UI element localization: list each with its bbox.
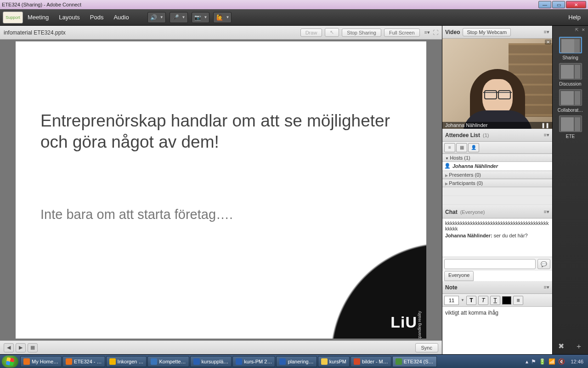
next-slide-button[interactable]: ▶ [16,343,26,352]
tray-volume-icon[interactable]: 🔇 [558,358,565,365]
taskbar-app-icon [193,358,200,365]
note-bullets-button[interactable]: ≡ [513,296,523,305]
layout-thumb-icon [559,63,582,80]
taskbar-app-label: Inkorgen … [118,359,144,364]
stop-sharing-button[interactable]: Stop Sharing [342,29,381,37]
chat-line: kkkkkkkkkkkkkkkkkkkkkkkkkkkkkkkkkkkkkkkk… [445,220,549,231]
taskbar-item[interactable]: Inkorgen … [106,356,147,367]
taskbar-item[interactable]: kurs-PM 2… [232,356,275,367]
note-color-button[interactable] [502,296,511,305]
video-pod-options[interactable]: ≡▾ [544,29,549,35]
full-screen-button[interactable]: Full Screen [384,29,420,37]
webcam-button[interactable]: 📷▼ [192,12,210,23]
layouts-bottom-controls: ✖ ＋ [553,342,588,351]
taskbar-app-label: planering… [288,359,313,364]
attendee-view-list-button[interactable]: ≡ [444,143,455,152]
taskbar-item[interactable]: kursupplä… [190,356,232,367]
layouts-add-icon[interactable]: ＋ [575,342,582,351]
taskbar-item[interactable]: My Home… [20,356,62,367]
chat-tab-everyone[interactable]: Everyone [444,271,474,281]
taskbar-item[interactable]: ETE324 - … [62,356,105,367]
taskbar-app-label: kursupplä… [202,359,229,364]
attendee-pod-options[interactable]: ≡▾ [544,132,549,138]
layout-item-sharing[interactable]: Sharing [557,37,584,60]
chat-send-button[interactable]: 💬 [537,259,550,269]
speaker-icon: 🔊 [150,13,158,22]
tray-clock[interactable]: 12:46 [571,359,583,364]
speaker-button[interactable]: 🔊▼ [147,12,166,23]
webcam-icon: 📷 [194,13,202,22]
taskbar-item[interactable]: Kompette… [147,356,189,367]
support-button[interactable]: Support [3,12,23,23]
note-bold-button[interactable]: T [466,296,476,305]
taskbar-app-label: bilder - M… [362,359,388,364]
attendee-group-participants[interactable]: Participants (0) [442,179,552,187]
webcam-close-icon[interactable]: ✕ [545,40,551,45]
stop-webcam-button[interactable]: Stop My Webcam [463,28,511,36]
layouts-close-icon[interactable]: ✕ [582,28,585,34]
attendee-view-grid-button[interactable]: ▦ [456,143,467,152]
taskbar-item[interactable]: ETE324 (S… [392,356,437,367]
attendee-pod-label: Attendee List [445,132,480,138]
note-underline-button[interactable]: T [490,296,500,305]
slide-list-button[interactable]: ▦ [28,343,38,352]
tray-power-icon[interactable]: 🔋 [539,358,546,365]
menu-pods[interactable]: Pods [90,14,104,21]
raise-hand-button[interactable]: 🙋▼ [213,12,232,23]
webcam-pause-icon[interactable]: ❚❚ [541,122,549,128]
video-pod-body: ✕ Johanna Nählinder ❚❚ [442,39,552,129]
start-button[interactable] [2,356,18,368]
attendee-pod-body: ≡ ▦ 👤 Hosts (1) Johanna Nählinder Presen… [442,142,552,206]
share-pod-options[interactable]: ≡▾ [424,29,430,35]
sync-button[interactable]: Sync [415,343,438,352]
layout-item-ete[interactable]: ETE [557,115,584,139]
menu-layouts[interactable]: Layouts [59,14,80,21]
layouts-undock-icon[interactable]: ⇱ [575,28,579,34]
attendee-group-presenters[interactable]: Presenters (0) [442,171,552,179]
pointer-button[interactable]: ↖ [325,28,339,37]
tray-network-icon[interactable]: 📶 [548,358,555,365]
taskbar-item[interactable]: bilder - M… [351,356,391,367]
share-pod: infomaterial ETE324.pptx Draw ↖ Stop Sha… [0,26,442,354]
chat-input-row: 💬 [442,257,552,271]
layout-item-collaborat[interactable]: Collaborat… [557,89,584,113]
share-pod-footer: ◀ ▶ ▦ Sync [0,340,442,354]
attendee-status-button[interactable]: 👤 [468,143,479,152]
layout-label: ETE [557,134,584,139]
webcam-name-strip: Johanna Nählinder ❚❚ [442,122,552,129]
microphone-button[interactable]: 🎤▼ [170,12,188,23]
note-text[interactable]: viktigt att komma ihåg [442,307,552,354]
layouts-settings-icon[interactable]: ✖ [558,342,564,351]
taskbar-item[interactable]: planering… [276,356,317,367]
chat-input[interactable] [444,259,536,269]
tray-action-center-icon[interactable]: ⚑ [531,358,536,365]
note-italic-button[interactable]: T [478,296,488,305]
draw-button[interactable]: Draw [300,29,322,37]
menu-audio[interactable]: Audio [113,14,129,21]
webcam-feed[interactable]: ✕ Johanna Nählinder ❚❚ [442,39,552,129]
taskbar-app-label: ETE324 (S… [404,359,434,364]
system-tray: ▴ ⚑ 🔋 📶 🔇 12:46 [526,358,586,365]
taskbar-app-label: kursPM [329,359,346,364]
chat-pod-options[interactable]: ≡▾ [544,209,549,215]
tray-expand-icon[interactable]: ▴ [526,358,528,365]
taskbar-item[interactable]: kursPM [318,356,350,367]
attendee-item-host[interactable]: Johanna Nählinder [442,162,552,171]
taskbar-app-icon [109,358,116,365]
prev-slide-button[interactable]: ◀ [4,343,14,352]
window-controls: — ▭ ✕ [538,1,586,8]
layout-item-discussion[interactable]: Discussion [557,63,584,86]
note-pod-options[interactable]: ≡▾ [544,284,549,290]
slide-heading: Entreprenörskap handlar om att se möjlig… [40,110,399,153]
menu-help[interactable]: Help [568,14,581,21]
share-pod-maximize-icon[interactable]: ⛶ [433,29,438,36]
maximize-button[interactable]: ▭ [552,1,565,8]
minimize-button[interactable]: — [538,1,551,8]
attendee-group-hosts[interactable]: Hosts (1) [442,154,552,162]
menu-meeting[interactable]: Meeting [28,14,49,21]
app-menubar: Support Meeting Layouts Pods Audio 🔊▼ 🎤▼… [0,9,588,26]
close-button[interactable]: ✕ [566,1,586,8]
taskbar-app-icon [236,358,242,365]
note-font-size-caret[interactable]: ▼ [461,298,464,302]
note-font-size[interactable] [444,296,459,305]
